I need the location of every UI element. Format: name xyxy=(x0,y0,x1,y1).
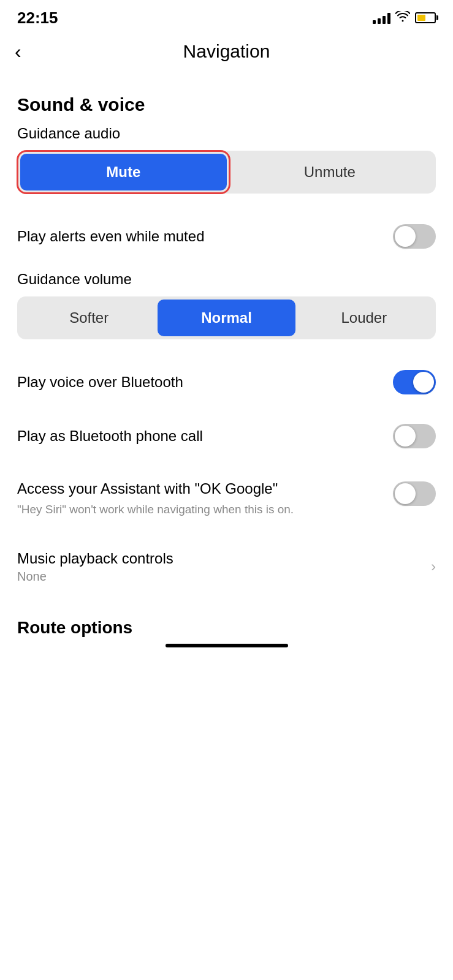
sound-voice-header: Sound & voice xyxy=(17,94,436,115)
status-icons xyxy=(373,11,436,25)
toggle-knob xyxy=(395,483,416,504)
battery-icon xyxy=(415,12,436,23)
route-options-peek: Route options xyxy=(0,606,453,638)
top-nav: ‹ Navigation xyxy=(0,33,453,76)
route-options-label: Route options xyxy=(17,618,132,637)
status-time: 22:15 xyxy=(17,9,58,28)
toggle-knob xyxy=(395,226,416,247)
content: Sound & voice Guidance audio Mute Unmute… xyxy=(0,76,453,606)
home-indicator xyxy=(166,644,288,647)
softer-button[interactable]: Softer xyxy=(20,300,158,336)
toggle-knob xyxy=(395,426,416,447)
chevron-right-icon: › xyxy=(431,558,436,575)
bluetooth-voice-toggle[interactable] xyxy=(393,370,436,394)
play-alerts-label: Play alerts even while muted xyxy=(17,227,381,246)
play-alerts-toggle[interactable] xyxy=(393,224,436,249)
page-title: Navigation xyxy=(183,41,270,62)
bluetooth-call-label: Play as Bluetooth phone call xyxy=(17,426,381,445)
wifi-icon xyxy=(395,11,410,25)
toggle-knob xyxy=(413,372,434,393)
guidance-volume-label: Guidance volume xyxy=(17,271,436,288)
guidance-audio-control: Mute Unmute xyxy=(17,151,436,194)
signal-icon xyxy=(373,12,390,24)
guidance-volume-control: Softer Normal Louder xyxy=(17,296,436,339)
guidance-audio-label: Guidance audio xyxy=(17,125,436,142)
music-playback-subtitle: None xyxy=(17,570,431,584)
normal-button[interactable]: Normal xyxy=(158,300,295,336)
ok-google-sublabel: "Hey Siri" won't work while navigating w… xyxy=(17,502,381,518)
status-bar: 22:15 xyxy=(0,0,453,33)
ok-google-row: Access your Assistant with "OK Google" "… xyxy=(17,467,436,530)
ok-google-label: Access your Assistant with "OK Google" xyxy=(17,479,368,498)
play-alerts-row: Play alerts even while muted xyxy=(17,212,436,261)
ok-google-toggle[interactable] xyxy=(393,481,436,506)
bluetooth-call-toggle[interactable] xyxy=(393,424,436,448)
bluetooth-voice-label: Play voice over Bluetooth xyxy=(17,372,381,391)
back-button[interactable]: ‹ xyxy=(15,39,28,64)
louder-button[interactable]: Louder xyxy=(295,300,433,336)
music-playback-content: Music playback controls None xyxy=(17,550,431,584)
bluetooth-call-row: Play as Bluetooth phone call xyxy=(17,412,436,461)
bluetooth-voice-row: Play voice over Bluetooth xyxy=(17,358,436,407)
music-playback-row[interactable]: Music playback controls None › xyxy=(17,540,436,594)
music-playback-title: Music playback controls xyxy=(17,550,431,567)
unmute-button[interactable]: Unmute xyxy=(227,154,433,190)
mute-button[interactable]: Mute xyxy=(20,154,227,190)
